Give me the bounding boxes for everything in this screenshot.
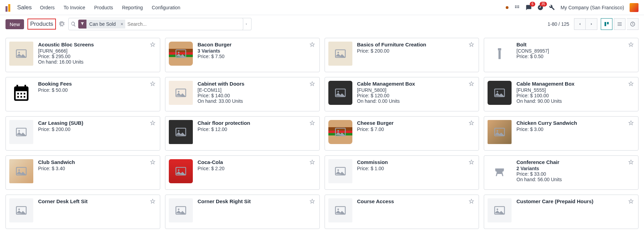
- product-thumb: [169, 198, 193, 222]
- product-price: Price: $ 100.00: [516, 93, 635, 98]
- list-view-button[interactable]: [614, 18, 625, 30]
- product-name: Chair floor protection: [198, 120, 316, 126]
- product-card[interactable]: CommissionPrice: $ 1.00: [325, 155, 479, 190]
- svg-point-29: [178, 130, 179, 132]
- breadcrumb[interactable]: Products: [27, 19, 56, 30]
- user-avatar[interactable]: [630, 3, 639, 12]
- pager-text[interactable]: 1-80 / 125: [548, 21, 569, 27]
- page-next-button[interactable]: [586, 18, 597, 30]
- product-card[interactable]: Car Leasing (SUB)Price: $ 200.00: [5, 116, 160, 151]
- menu-to-invoice[interactable]: To Invoice: [63, 5, 85, 10]
- product-onhand: On hand: 33.00 Units: [198, 98, 316, 104]
- svg-point-39: [337, 169, 339, 171]
- favorite-star-icon[interactable]: [468, 81, 475, 87]
- favorite-star-icon[interactable]: [628, 120, 634, 126]
- product-onhand: On hand: 90.00 Units: [516, 98, 635, 104]
- activity-view-button[interactable]: [627, 18, 639, 30]
- product-card[interactable]: Booking FeesPrice: $ 50.00: [5, 77, 160, 111]
- svg-point-0: [515, 6, 516, 7]
- product-name: Commission: [357, 159, 476, 165]
- product-card[interactable]: Acoustic Bloc Screens[FURN_6666]Price: $…: [5, 38, 160, 72]
- favorite-star-icon[interactable]: [628, 81, 634, 87]
- svg-rect-10: [618, 25, 622, 25]
- svg-point-17: [337, 52, 339, 53]
- company-switcher[interactable]: My Company (San Francisco): [561, 5, 624, 10]
- search-box[interactable]: Can be Sold ×: [68, 18, 243, 30]
- search-dropdown[interactable]: [241, 18, 251, 30]
- favorite-star-icon[interactable]: [628, 159, 634, 165]
- favorite-star-icon[interactable]: [150, 120, 156, 126]
- product-card[interactable]: Bacon Burger3 VariantsPrice: $ 7.50: [165, 38, 320, 72]
- product-info: Chicken Curry SandwichPrice: $ 3.00: [516, 120, 635, 147]
- favorite-star-icon[interactable]: [309, 120, 315, 126]
- product-name: Acoustic Bloc Screens: [38, 42, 156, 47]
- favorite-star-icon[interactable]: [150, 81, 156, 87]
- product-card[interactable]: Cable Management Box[FURN_5800]Price: $ …: [325, 77, 479, 111]
- filter-label: Can be Sold: [86, 20, 118, 29]
- menu-configuration[interactable]: Configuration: [152, 5, 180, 10]
- svg-point-3: [515, 7, 516, 8]
- svg-point-45: [337, 208, 339, 210]
- menu-reporting[interactable]: Reporting: [122, 5, 143, 10]
- app-name[interactable]: Sales: [17, 4, 32, 11]
- product-card[interactable]: Cable Management Box[FURN_5555]Price: $ …: [484, 77, 639, 111]
- favorite-star-icon[interactable]: [468, 120, 475, 126]
- svg-point-15: [178, 52, 179, 53]
- svg-point-37: [178, 169, 179, 171]
- product-card[interactable]: Conference Chair2 VariantsPrice: $ 33.00…: [484, 155, 639, 190]
- gear-icon[interactable]: [59, 21, 65, 27]
- kanban-view-button[interactable]: [601, 18, 612, 30]
- product-price: Price: $ 120.00: [357, 93, 476, 98]
- favorite-star-icon[interactable]: [309, 42, 315, 48]
- product-info: Cable Management Box[FURN_5555]Price: $ …: [516, 81, 635, 108]
- svg-point-35: [18, 169, 20, 171]
- svg-rect-7: [607, 22, 609, 24]
- product-thumb: [328, 159, 352, 183]
- main-menu: Orders To Invoice Products Reporting Con…: [40, 5, 180, 10]
- favorite-star-icon[interactable]: [628, 198, 634, 205]
- product-card[interactable]: Customer Care (Prepaid Hours): [484, 195, 639, 229]
- product-card[interactable]: Bolt[CONS_89957]Price: $ 0.50: [484, 38, 639, 72]
- favorite-star-icon[interactable]: [150, 42, 156, 48]
- product-info: Corner Desk Left Sit: [38, 198, 156, 225]
- menu-orders[interactable]: Orders: [40, 5, 55, 10]
- product-price: Price: $ 7.50: [198, 54, 316, 59]
- product-card[interactable]: Coca-ColaPrice: $ 2.20: [165, 155, 320, 190]
- filter-remove[interactable]: ×: [118, 20, 125, 29]
- menu-products[interactable]: Products: [94, 5, 113, 10]
- product-card[interactable]: Cheese BurgerPrice: $ 7.00: [325, 116, 479, 151]
- product-card[interactable]: Chair floor protectionPrice: $ 12.00: [165, 116, 320, 151]
- product-price: Price: $ 200.00: [357, 48, 476, 54]
- product-price: Price: $ 0.50: [516, 54, 635, 59]
- favorite-star-icon[interactable]: [309, 159, 315, 165]
- product-card[interactable]: Cabinet with Doors[E-COM11]Price: $ 140.…: [165, 77, 320, 111]
- search-input[interactable]: [127, 21, 241, 27]
- right-controls: 1-80 / 125: [548, 18, 639, 30]
- favorite-star-icon[interactable]: [309, 198, 315, 205]
- product-card[interactable]: Corner Desk Left Sit: [5, 195, 160, 229]
- favorite-star-icon[interactable]: [150, 198, 156, 205]
- product-card[interactable]: Basics of Furniture CreationPrice: $ 200…: [325, 38, 479, 72]
- product-name: Conference Chair: [516, 159, 635, 165]
- product-thumb: [488, 81, 512, 105]
- favorite-star-icon[interactable]: [468, 198, 475, 205]
- favorite-star-icon[interactable]: [309, 81, 315, 87]
- favorite-star-icon[interactable]: [468, 42, 475, 48]
- page-prev-button[interactable]: [574, 18, 586, 30]
- product-name: Coca-Cola: [198, 159, 316, 165]
- activities-button[interactable]: 35: [537, 4, 543, 11]
- control-bar: New Products Can be Sold × 1-80 / 125: [0, 15, 644, 33]
- favorite-star-icon[interactable]: [628, 42, 634, 48]
- product-card[interactable]: Club SandwichPrice: $ 3.40: [5, 155, 160, 190]
- messages-button[interactable]: 6: [526, 4, 532, 11]
- product-card[interactable]: Course Access: [325, 195, 479, 229]
- tools-button[interactable]: [549, 4, 555, 11]
- dialpad-button[interactable]: [514, 4, 520, 11]
- product-name: Course Access: [357, 198, 476, 204]
- product-card[interactable]: Corner Desk Right Sit: [165, 195, 320, 229]
- new-button[interactable]: New: [5, 19, 24, 29]
- product-card[interactable]: Chicken Curry SandwichPrice: $ 3.00: [484, 116, 639, 151]
- favorite-star-icon[interactable]: [468, 159, 475, 165]
- favorite-star-icon[interactable]: [150, 159, 156, 165]
- product-info: Basics of Furniture CreationPrice: $ 200…: [357, 42, 476, 68]
